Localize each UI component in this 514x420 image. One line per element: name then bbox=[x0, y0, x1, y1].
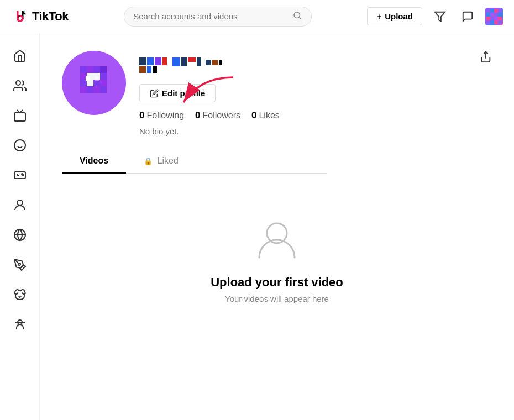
svg-marker-2 bbox=[435, 12, 445, 21]
main-content: Edit profile 0 Following 0 Followers 0 L… bbox=[40, 33, 514, 420]
bio-text: No bio yet. bbox=[139, 127, 492, 136]
sidebar-item-fitness[interactable] bbox=[6, 311, 34, 338]
profile-info: Edit profile 0 Following 0 Followers 0 L… bbox=[139, 51, 492, 136]
svg-rect-46 bbox=[87, 86, 93, 93]
svg-rect-52 bbox=[147, 57, 154, 65]
svg-rect-4 bbox=[490, 9, 494, 13]
svg-rect-11 bbox=[486, 17, 490, 20]
svg-rect-45 bbox=[80, 86, 87, 93]
svg-rect-12 bbox=[490, 17, 494, 20]
tab-videos[interactable]: Videos bbox=[62, 149, 126, 174]
svg-rect-64 bbox=[219, 60, 222, 65]
svg-rect-55 bbox=[139, 66, 146, 73]
likes-stat[interactable]: 0 Likes bbox=[251, 110, 280, 121]
following-label: Following bbox=[146, 111, 184, 120]
sidebar-item-globe[interactable] bbox=[6, 221, 34, 249]
share-button[interactable] bbox=[480, 51, 492, 66]
sidebar-item-sports[interactable] bbox=[6, 191, 34, 219]
svg-rect-8 bbox=[490, 13, 494, 17]
svg-point-30 bbox=[18, 263, 20, 265]
svg-point-19 bbox=[16, 81, 20, 85]
svg-rect-47 bbox=[93, 86, 100, 93]
page-layout: Edit profile 0 Following 0 Followers 0 L… bbox=[0, 33, 514, 420]
svg-rect-9 bbox=[494, 13, 498, 17]
svg-rect-58 bbox=[172, 57, 180, 66]
logo[interactable]: TikTok bbox=[11, 8, 69, 25]
svg-rect-51 bbox=[139, 57, 146, 65]
sidebar bbox=[0, 33, 40, 420]
logo-text: TikTok bbox=[32, 9, 69, 24]
svg-rect-59 bbox=[181, 57, 187, 66]
empty-state: Upload your first video Your videos will… bbox=[62, 174, 492, 326]
username-image bbox=[139, 55, 239, 77]
tab-videos-label: Videos bbox=[80, 156, 108, 165]
svg-rect-14 bbox=[498, 17, 502, 20]
profile-header: Edit profile 0 Following 0 Followers 0 L… bbox=[62, 51, 492, 136]
svg-rect-57 bbox=[153, 66, 157, 73]
svg-rect-7 bbox=[486, 13, 490, 17]
sidebar-item-home[interactable] bbox=[6, 42, 34, 70]
svg-rect-50 bbox=[95, 76, 99, 81]
svg-rect-54 bbox=[162, 57, 167, 65]
upload-plus-icon: + bbox=[376, 12, 381, 21]
svg-rect-16 bbox=[490, 20, 494, 24]
username-banner bbox=[139, 55, 492, 77]
filter-button[interactable] bbox=[430, 7, 450, 27]
likes-count: 0 bbox=[251, 110, 256, 121]
edit-profile-button[interactable]: Edit profile bbox=[139, 84, 216, 102]
svg-rect-15 bbox=[486, 20, 490, 24]
svg-line-1 bbox=[300, 17, 301, 19]
tab-liked[interactable]: 🔒 Liked bbox=[126, 149, 196, 174]
svg-rect-3 bbox=[486, 9, 490, 13]
sidebar-item-animals[interactable] bbox=[6, 281, 34, 308]
svg-rect-6 bbox=[498, 9, 502, 13]
svg-point-21 bbox=[14, 140, 25, 151]
sidebar-item-explore[interactable] bbox=[6, 132, 34, 159]
sidebar-item-education[interactable] bbox=[6, 251, 34, 279]
followers-stat[interactable]: 0 Followers bbox=[195, 110, 240, 121]
sidebar-item-following[interactable] bbox=[6, 72, 34, 99]
svg-rect-17 bbox=[494, 20, 498, 24]
svg-rect-44 bbox=[100, 80, 107, 86]
upload-label: Upload bbox=[385, 12, 413, 21]
search-input[interactable] bbox=[133, 12, 288, 21]
share-icon bbox=[480, 51, 492, 63]
sidebar-item-live[interactable] bbox=[6, 102, 34, 129]
svg-point-27 bbox=[17, 200, 23, 206]
svg-point-0 bbox=[294, 12, 300, 18]
messages-button[interactable] bbox=[458, 7, 478, 27]
svg-point-26 bbox=[23, 175, 24, 176]
search-button[interactable] bbox=[292, 11, 302, 23]
profile-stats: 0 Following 0 Followers 0 Likes bbox=[139, 110, 492, 121]
user-avatar-header[interactable] bbox=[485, 8, 503, 25]
followers-label: Followers bbox=[203, 111, 240, 120]
upload-button[interactable]: + Upload bbox=[367, 7, 422, 25]
svg-rect-13 bbox=[494, 17, 498, 20]
svg-rect-10 bbox=[498, 13, 502, 17]
svg-rect-60 bbox=[188, 57, 196, 62]
svg-rect-63 bbox=[212, 60, 218, 65]
header: TikTok + Upload bbox=[0, 0, 514, 33]
empty-title: Upload your first video bbox=[211, 275, 343, 290]
svg-rect-18 bbox=[498, 20, 502, 24]
profile-tabs: Videos 🔒 Liked bbox=[62, 149, 327, 174]
lock-icon: 🔒 bbox=[144, 157, 153, 165]
empty-avatar-icon bbox=[255, 218, 299, 262]
sidebar-item-gaming[interactable] bbox=[6, 161, 34, 189]
svg-rect-36 bbox=[100, 66, 107, 73]
svg-rect-61 bbox=[197, 57, 201, 66]
following-count: 0 bbox=[139, 110, 144, 121]
likes-label: Likes bbox=[259, 111, 279, 120]
edit-profile-label: Edit profile bbox=[162, 88, 205, 98]
svg-rect-35 bbox=[93, 66, 100, 73]
search-bar bbox=[124, 7, 312, 27]
following-stat[interactable]: 0 Following bbox=[139, 110, 184, 121]
edit-icon bbox=[150, 89, 159, 98]
profile-avatar-image bbox=[66, 55, 122, 111]
svg-rect-53 bbox=[155, 57, 161, 65]
header-actions: + Upload bbox=[367, 7, 503, 27]
svg-rect-49 bbox=[86, 76, 90, 81]
svg-rect-34 bbox=[87, 66, 93, 73]
svg-rect-62 bbox=[206, 60, 211, 65]
svg-rect-20 bbox=[14, 113, 25, 121]
